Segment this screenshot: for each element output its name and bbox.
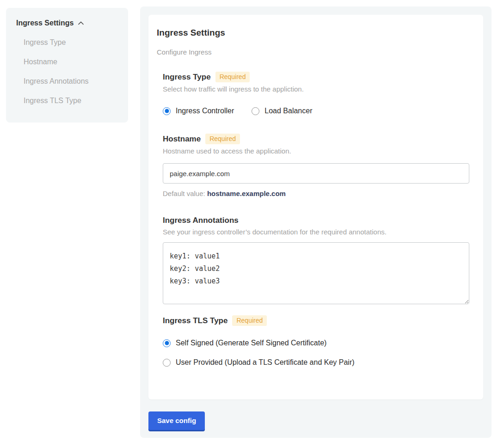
radio-option-self-signed[interactable]: Self Signed (Generate Self Signed Certif… — [163, 339, 469, 347]
radio-option-load-balancer[interactable]: Load Balancer — [252, 107, 312, 115]
card-title: Ingress Settings — [157, 28, 469, 38]
radio-label: Load Balancer — [264, 107, 312, 115]
required-badge: Required — [215, 72, 250, 82]
config-card: Ingress Settings Configure Ingress Ingre… — [148, 15, 483, 399]
default-value-text: hostname.example.com — [207, 190, 286, 197]
hostname-input[interactable] — [163, 163, 469, 184]
section-ingress-type: Ingress Type Required Select how traffic… — [163, 72, 469, 115]
radio-label: Self Signed (Generate Self Signed Certif… — [176, 339, 326, 347]
section-hostname: Hostname Required Hostname used to acces… — [163, 134, 469, 197]
required-badge: Required — [205, 134, 240, 144]
save-config-button[interactable]: Save config — [148, 411, 205, 430]
radio-selected-icon[interactable] — [163, 339, 171, 347]
radio-option-user-provided[interactable]: User Provided (Upload a TLS Certificate … — [163, 358, 469, 367]
sidebar-item-list: Ingress Type Hostname Ingress Annotation… — [16, 38, 119, 105]
sidebar-group-ingress-settings[interactable]: Ingress Settings — [16, 19, 119, 27]
sidebar-item-hostname[interactable]: Hostname — [24, 57, 119, 67]
tls-type-radio-group: Self Signed (Generate Self Signed Certif… — [163, 339, 469, 367]
hostname-default-line: Default value: hostname.example.com — [163, 190, 469, 197]
default-value-label: Default value: — [163, 190, 207, 197]
sidebar-group-title: Ingress Settings — [16, 19, 74, 27]
radio-unselected-icon[interactable] — [252, 107, 259, 115]
config-panel: Ingress Settings Configure Ingress Ingre… — [140, 6, 492, 438]
ingress-type-label: Ingress Type — [163, 73, 211, 82]
radio-unselected-icon[interactable] — [163, 359, 171, 367]
radio-selected-icon[interactable] — [163, 107, 171, 115]
radio-label: User Provided (Upload a TLS Certificate … — [176, 358, 355, 367]
section-ingress-annotations: Ingress Annotations See your ingress con… — [163, 216, 469, 304]
required-badge: Required — [232, 315, 267, 326]
ingress-annotations-help: See your ingress controller’s documentat… — [163, 228, 469, 236]
sidebar-item-ingress-type[interactable]: Ingress Type — [24, 38, 119, 47]
config-nav-sidebar: Ingress Settings Ingress Type Hostname I… — [6, 8, 128, 123]
annotations-textarea[interactable]: key1: value1 key2: value2 key3: value3 — [163, 242, 469, 304]
hostname-label: Hostname — [163, 135, 201, 144]
sidebar-item-ingress-annotations[interactable]: Ingress Annotations — [24, 77, 119, 86]
section-ingress-tls-type: Ingress TLS Type Required Self Signed (G… — [163, 315, 469, 367]
ingress-annotations-label: Ingress Annotations — [163, 216, 239, 225]
hostname-help: Hostname used to access the application. — [163, 147, 469, 155]
chevron-up-icon — [77, 19, 85, 27]
radio-option-ingress-controller[interactable]: Ingress Controller — [163, 107, 234, 115]
ingress-type-help: Select how traffic will ingress to the a… — [163, 85, 469, 93]
ingress-tls-type-label: Ingress TLS Type — [163, 316, 227, 325]
radio-label: Ingress Controller — [176, 107, 234, 115]
card-subtitle: Configure Ingress — [157, 48, 469, 56]
sidebar-item-ingress-tls-type[interactable]: Ingress TLS Type — [24, 96, 119, 105]
ingress-type-radio-group: Ingress Controller Load Balancer — [163, 107, 469, 115]
